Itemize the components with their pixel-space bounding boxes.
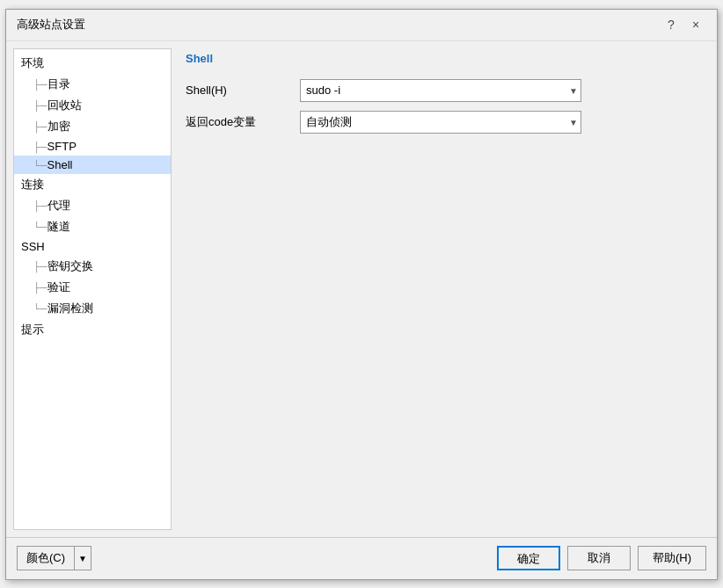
dialog: 高级站点设置 ? × 环境├─目录├─回收站├─加密├─SFTP└─Shell连… bbox=[5, 9, 718, 580]
sidebar-item-shell[interactable]: └─Shell bbox=[14, 156, 171, 174]
sidebar-item-tunnel[interactable]: └─隧道 bbox=[14, 216, 171, 237]
sidebar-item-conn[interactable]: 连接 bbox=[14, 174, 171, 195]
color-dropdown-button[interactable]: ▼ bbox=[74, 546, 91, 570]
sidebar-item-keyex[interactable]: ├─密钥交换 bbox=[14, 256, 171, 277]
content-area bbox=[186, 142, 703, 526]
sidebar-item-tips[interactable]: 提示 bbox=[14, 319, 171, 340]
close-title-button[interactable]: × bbox=[685, 14, 706, 35]
return-code-select-wrapper: 自动侦测 手动 禁用 ▼ bbox=[300, 111, 581, 134]
return-code-select[interactable]: 自动侦测 手动 禁用 bbox=[300, 111, 581, 134]
dialog-body: 环境├─目录├─回收站├─加密├─SFTP└─Shell连接├─代理└─隧道SS… bbox=[6, 41, 717, 537]
shell-select[interactable]: sudo -i bash sh zsh 默认 bbox=[300, 79, 581, 102]
title-bar: 高级站点设置 ? × bbox=[6, 10, 717, 41]
sidebar-item-proxy[interactable]: ├─代理 bbox=[14, 195, 171, 216]
footer-left: 颜色(C) ▼ bbox=[17, 546, 91, 570]
shell-label: Shell(H) bbox=[186, 83, 300, 97]
help-button[interactable]: 帮助(H) bbox=[638, 546, 706, 570]
section-title: Shell bbox=[186, 52, 703, 69]
sidebar-item-dir[interactable]: ├─目录 bbox=[14, 74, 171, 95]
color-button[interactable]: 颜色(C) bbox=[17, 546, 74, 570]
sidebar-item-sftp[interactable]: ├─SFTP bbox=[14, 137, 171, 156]
shell-row: Shell(H) sudo -i bash sh zsh 默认 ▼ bbox=[186, 79, 703, 102]
footer-right: 确定 取消 帮助(H) bbox=[497, 546, 706, 570]
dialog-title: 高级站点设置 bbox=[17, 17, 85, 33]
sidebar-item-ssh[interactable]: SSH bbox=[14, 237, 171, 256]
ok-button[interactable]: 确定 bbox=[497, 546, 560, 570]
help-title-button[interactable]: ? bbox=[661, 14, 682, 35]
sidebar-item-recycle[interactable]: ├─回收站 bbox=[14, 95, 171, 116]
cancel-button[interactable]: 取消 bbox=[567, 546, 631, 570]
sidebar-item-encrypt[interactable]: ├─加密 bbox=[14, 116, 171, 137]
return-code-row: 返回code变量 自动侦测 手动 禁用 ▼ bbox=[186, 111, 703, 134]
main-content: Shell Shell(H) sudo -i bash sh zsh 默认 ▼ bbox=[172, 41, 717, 537]
shell-select-wrapper: sudo -i bash sh zsh 默认 ▼ bbox=[300, 79, 581, 102]
sidebar-item-vuln[interactable]: └─漏洞检测 bbox=[14, 298, 171, 319]
sidebar-item-auth[interactable]: ├─验证 bbox=[14, 277, 171, 298]
sidebar-item-env[interactable]: 环境 bbox=[14, 53, 171, 74]
return-code-label: 返回code变量 bbox=[186, 114, 300, 130]
sidebar: 环境├─目录├─回收站├─加密├─SFTP└─Shell连接├─代理└─隧道SS… bbox=[13, 48, 172, 530]
title-buttons: ? × bbox=[661, 14, 706, 35]
dialog-footer: 颜色(C) ▼ 确定 取消 帮助(H) bbox=[6, 537, 717, 579]
